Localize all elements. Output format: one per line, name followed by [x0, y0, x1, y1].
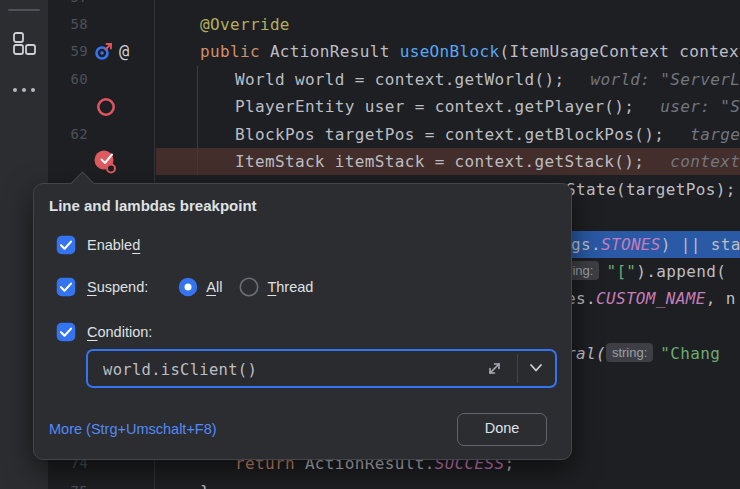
mnemonic: S	[87, 279, 97, 295]
done-button[interactable]: Done	[457, 413, 547, 446]
code-line[interactable]: 59 @ public ActionResult useOnBlock(Item…	[0, 38, 740, 65]
code-text[interactable]: World world = context.getWorld();world: …	[235, 66, 740, 93]
params: (ItemUsageContext context	[500, 42, 740, 61]
line-number[interactable]: 60	[48, 66, 88, 93]
code-text: , n	[706, 289, 736, 308]
inline-debug-hint: context	[670, 152, 740, 171]
constant: CUSTOM_NAME	[596, 289, 706, 308]
code-line[interactable]: ItemStack itemStack = context.getStack()…	[0, 148, 740, 175]
inline-debug-hint: targe	[690, 125, 740, 144]
code-text[interactable]: PlayerEntity user = context.getPlayer();…	[235, 93, 740, 120]
code-fragment: pes.CUSTOM_NAME, n	[556, 285, 736, 312]
enabled-checkbox[interactable]	[56, 235, 76, 255]
suspend-checkbox[interactable]	[56, 277, 76, 297]
code-fragment: ags.STONES) || sta	[561, 231, 740, 258]
condition-checkbox[interactable]	[56, 322, 76, 342]
suspend-row: Suspend: All Thread	[56, 277, 313, 297]
statement: BlockPos targetPos = context.getBlockPos…	[235, 125, 664, 144]
code-line[interactable]: 60 World world = context.getWorld();worl…	[0, 66, 740, 93]
mnemonic: A	[206, 279, 216, 295]
condition-input[interactable]	[101, 351, 435, 388]
code-fragment: string:"[").append(	[552, 258, 726, 285]
enabled-row: Enabled	[56, 235, 140, 255]
code-fragment: eral(string:"Chang	[556, 340, 720, 367]
overrides-method-icon[interactable]	[94, 41, 114, 62]
label-text: Enable	[87, 237, 132, 253]
mnemonic: d	[132, 237, 140, 253]
code-text[interactable]: @Override	[200, 11, 290, 38]
ide-window: 57 58 @Override 59 @ public ActionResult…	[0, 0, 740, 489]
condition-label: Condition:	[87, 324, 152, 340]
condition-row: Condition:	[56, 322, 152, 342]
code-text[interactable]: BlockPos targetPos = context.getBlockPos…	[235, 121, 740, 148]
radio-thread[interactable]	[239, 277, 259, 297]
mnemonic: C	[87, 324, 97, 340]
label-text: ll	[216, 279, 222, 295]
line-number[interactable]: 75	[48, 478, 88, 489]
label-text: ondition:	[97, 324, 152, 340]
enabled-label: Enabled	[87, 237, 140, 253]
radio-all-label[interactable]: All	[206, 279, 222, 295]
method-name: useOnBlock	[400, 42, 500, 61]
more-link[interactable]: More (Strg+Umschalt+F8)	[49, 421, 217, 437]
breakpoint-popup: Line and lambdas breakpoint Enabled Susp…	[33, 183, 572, 460]
constant: STONES	[601, 235, 661, 254]
string-literal: "["	[606, 262, 636, 281]
code-text: ).append(	[636, 262, 726, 281]
keyword: public	[200, 42, 270, 61]
expand-icon[interactable]	[486, 360, 503, 377]
string-literal: "Chang	[660, 344, 720, 363]
radio-thread-label[interactable]: Thread	[267, 279, 313, 295]
statement: PlayerEntity user = context.getPlayer();	[235, 97, 634, 116]
breakpoint-checked-icon[interactable]	[93, 149, 119, 175]
code-text[interactable]: }	[200, 478, 210, 489]
suspend-label: Suspend:	[87, 279, 148, 295]
label-text: uspend:	[97, 279, 149, 295]
code-line[interactable]: 75 }	[0, 478, 740, 489]
inline-debug-hint: user: "S	[660, 97, 740, 116]
code-text: ) || sta	[661, 235, 740, 254]
code-line[interactable]: 62 BlockPos targetPos = context.getBlock…	[0, 121, 740, 148]
line-number[interactable]: 62	[48, 121, 88, 148]
chevron-down-icon[interactable]	[528, 362, 544, 374]
radio-all[interactable]	[178, 277, 198, 297]
code-text[interactable]: public ActionResult useOnBlock(ItemUsage…	[200, 38, 740, 65]
code-text[interactable]: ItemStack itemStack = context.getStack()…	[235, 148, 740, 175]
input-divider	[517, 354, 518, 383]
annotation-gutter-icon[interactable]: @	[119, 38, 129, 65]
condition-input-wrapper	[86, 349, 557, 388]
inline-debug-hint: world: "ServerL	[590, 70, 740, 89]
breakpoint-ring-icon[interactable]	[96, 97, 116, 117]
type: ActionResult	[270, 42, 400, 61]
code-fragment: kState(targetPos);	[556, 176, 736, 203]
line-number[interactable]: 57	[48, 0, 88, 11]
code-line[interactable]: 57	[0, 0, 740, 11]
line-number[interactable]: 59	[48, 38, 88, 65]
code-line[interactable]: 58 @Override	[0, 11, 740, 38]
statement: World world = context.getWorld();	[235, 70, 564, 89]
param-hint-chip: string:	[606, 343, 653, 362]
label-text: hread	[276, 279, 313, 295]
statement: ItemStack itemStack = context.getStack()…	[235, 152, 644, 171]
mnemonic: T	[267, 279, 276, 295]
code-line[interactable]: PlayerEntity user = context.getPlayer();…	[0, 93, 740, 120]
popup-title: Line and lambdas breakpoint	[49, 197, 257, 214]
line-number[interactable]: 58	[48, 11, 88, 38]
